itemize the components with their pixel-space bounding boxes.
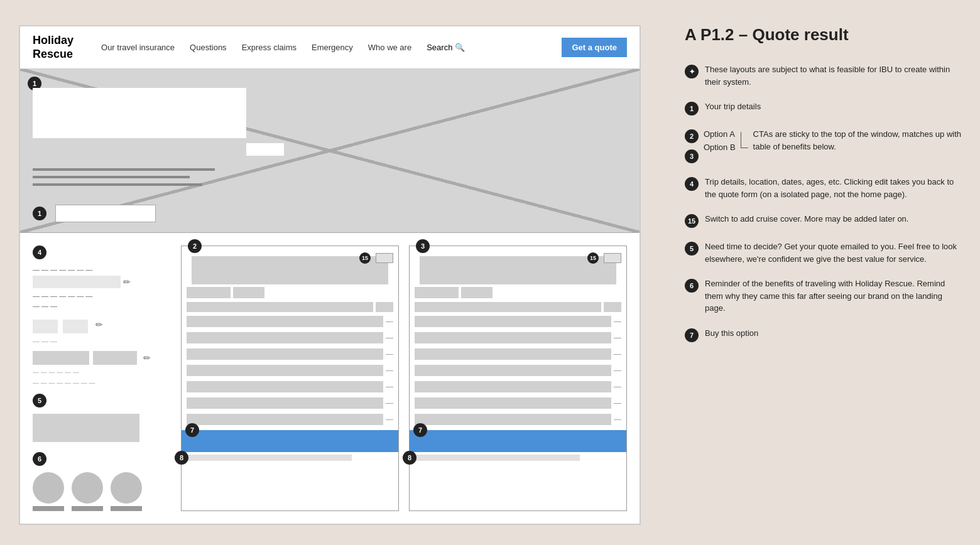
benefit-3 (111, 472, 142, 511)
traveler-box-1 (33, 320, 58, 333)
nav-link-questions[interactable]: Questions (190, 43, 227, 52)
hero-line-2 (33, 176, 190, 178)
option-b-row-6: — (410, 379, 626, 395)
option-a-cta[interactable] (182, 430, 398, 452)
detail-row-1: ✏ (33, 276, 171, 288)
ann-badge-1: 1 (685, 102, 699, 116)
get-quote-button[interactable]: Get a quote (562, 38, 627, 57)
annotation-4: 4 Trip details, location, dates, ages, e… (685, 176, 961, 200)
switch-15-b: 15 (587, 252, 621, 264)
footer-bar-b (415, 455, 580, 461)
benefit-2 (72, 472, 103, 511)
ann-text-4: Trip details, location, dates, ages, etc… (705, 176, 961, 200)
benefit-circle-3 (111, 472, 142, 504)
logo: Holiday Rescue (33, 34, 74, 61)
ann-badge-3: 3 (685, 149, 699, 163)
detail-field-row: ✏ (33, 351, 171, 365)
more-details: ✏ — — — — — — — — — — — — — — (33, 351, 171, 386)
detail-lines: — — — (33, 337, 171, 345)
option-b-subrow-1 (410, 301, 626, 313)
trip-details-section: — — — — — — — ✏ — — — — — — — — — — (33, 266, 171, 310)
badge-15-b: 15 (587, 252, 599, 264)
labels-23: Option A Option B (704, 128, 736, 152)
option-b-row-3: — (410, 330, 626, 346)
ann-badge-4: 4 (685, 177, 699, 191)
field-box-1 (33, 351, 89, 365)
options-area: 2 15 (181, 246, 627, 511)
email-box[interactable] (33, 414, 139, 442)
hero-lines (33, 168, 627, 186)
navigation: Holiday Rescue Our travel insurance Ques… (20, 26, 640, 69)
option-b-footer: 8 (410, 452, 626, 463)
annotation-group-23: 2 3 Option A Option B CTAs are sticky to… (685, 128, 961, 163)
email-section (33, 414, 171, 442)
edit-icon-2[interactable]: ✏ (95, 320, 103, 333)
option-b-cta[interactable] (410, 430, 626, 452)
ann-badge-7: 7 (685, 328, 699, 342)
hero-section: 1 1 (20, 69, 640, 232)
badge-4: 4 (33, 246, 46, 259)
badge-8-a: 8 (175, 451, 188, 465)
hero-tab (246, 143, 284, 156)
lower-section: 4 — — — — — — — ✏ — — — — — — — — — — (20, 233, 640, 524)
detail-input-1[interactable] (33, 276, 121, 288)
traveler-box-2 (63, 320, 88, 333)
edit-icon-3[interactable]: ✏ (143, 353, 151, 363)
search-icon: 🔍 (455, 43, 465, 52)
footer-bar-a (187, 455, 352, 461)
option-b-header-area: 15 (410, 246, 626, 284)
option-b-row-5: — (410, 362, 626, 379)
annotation-5: 5 Need time to decide? Get your quote em… (685, 240, 961, 265)
ann-badge-15: 15 (685, 214, 699, 228)
detail-row-2: — — — (33, 302, 171, 310)
hero-title-box (33, 88, 246, 138)
option-a-cta-area: 7 (182, 430, 398, 452)
ann-text-15: Switch to add cruise cover. More may be … (705, 213, 908, 225)
badge-15-a: 15 (359, 252, 371, 264)
option-a-row-6: — (182, 379, 398, 395)
wireframe-container: Holiday Rescue Our travel insurance Ques… (19, 25, 641, 525)
option-b-row-8: — (410, 411, 626, 428)
nav-link-insurance[interactable]: Our travel insurance (101, 43, 175, 52)
ann-label-2: Option A (704, 129, 736, 139)
option-a-subrow-1 (182, 301, 398, 313)
option-a-footer: 8 (182, 452, 398, 463)
benefit-text-2 (72, 506, 103, 511)
page-title: A P1.2 – Quote result (685, 25, 961, 45)
benefits-section (33, 472, 171, 511)
option-a-row-3: — (182, 330, 398, 346)
badges-23: 2 3 (685, 128, 699, 163)
option-a-header-area: 15 (182, 246, 398, 284)
left-column: 4 — — — — — — — ✏ — — — — — — — — — — (33, 246, 171, 511)
switch-toggle-a[interactable] (376, 253, 393, 263)
travelers-row: ✏ (33, 320, 171, 333)
ann-text-6: Reminder of the benefits of traveling wi… (705, 278, 961, 315)
nav-link-whoweare[interactable]: Who we are (368, 43, 411, 52)
badge-row-5: 5 (33, 394, 171, 407)
hero-line-1 (33, 168, 215, 171)
benefit-text-3 (111, 506, 142, 511)
option-a-column: 2 15 (181, 246, 399, 511)
ann-text-7: Buy this option (705, 327, 758, 340)
annotation-1: 1 Your trip details (685, 100, 961, 116)
nav-search[interactable]: Search 🔍 (427, 43, 465, 52)
benefit-circle-2 (72, 472, 103, 504)
field-box-2 (93, 351, 137, 365)
ann-text-5: Need time to decide? Get your quote emai… (705, 240, 961, 265)
edit-icon-1[interactable]: ✏ (123, 277, 131, 287)
option-b-row-4: — (410, 346, 626, 362)
option-b-cta-area: 7 (410, 430, 626, 452)
annotations-area: A P1.2 – Quote result ✦ These layouts ar… (666, 0, 980, 545)
nav-link-claims[interactable]: Express claims (242, 43, 297, 52)
nav-link-emergency[interactable]: Emergency (312, 43, 353, 52)
switch-15-a: 15 (359, 252, 393, 264)
ann-text-1: Your trip details (705, 100, 761, 113)
connector-23 (741, 132, 748, 148)
nav-links: Our travel insurance Questions Express c… (101, 43, 547, 52)
switch-toggle-b[interactable] (604, 253, 621, 263)
field-label-2: — — — — — — — — (33, 379, 171, 386)
trip-details-input[interactable] (55, 205, 156, 222)
option-b-row-2: — (410, 313, 626, 330)
annotation-7: 7 Buy this option (685, 327, 961, 342)
wireframe-area: Holiday Rescue Our travel insurance Ques… (0, 0, 666, 545)
